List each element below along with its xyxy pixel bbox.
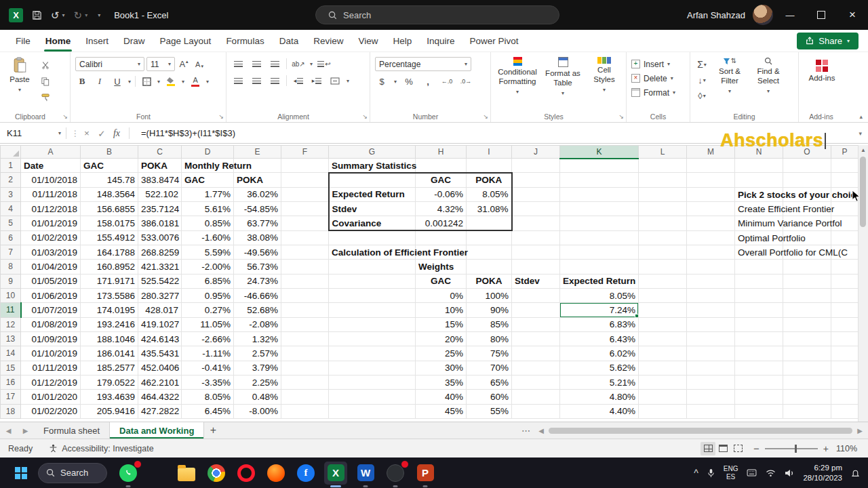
cell-I13[interactable]: 80% bbox=[467, 331, 512, 346]
cell-E16[interactable]: 2.25% bbox=[234, 375, 281, 389]
delete-cells-button[interactable]: × Delete▾ bbox=[631, 71, 686, 85]
cell-I11[interactable]: 90% bbox=[467, 303, 512, 317]
cell-J12[interactable] bbox=[512, 317, 560, 331]
cell-F2[interactable] bbox=[281, 173, 329, 187]
cell-P17[interactable] bbox=[831, 390, 859, 404]
cell-P4[interactable] bbox=[831, 201, 859, 216]
cell-C15[interactable]: 452.0406 bbox=[138, 361, 182, 375]
cell-K9[interactable]: Expected Return bbox=[560, 274, 639, 288]
cell-L16[interactable] bbox=[639, 375, 687, 389]
cell-B4[interactable]: 156.6855 bbox=[81, 201, 138, 216]
row-header-14[interactable]: 14 bbox=[1, 346, 21, 361]
italic-button[interactable]: I bbox=[93, 75, 106, 88]
cell-A14[interactable]: 01/10/2019 bbox=[21, 346, 81, 361]
cell-G14[interactable] bbox=[329, 346, 416, 361]
cell-F10[interactable] bbox=[281, 288, 329, 302]
cell-M11[interactable] bbox=[687, 303, 735, 317]
cell-G9[interactable] bbox=[329, 274, 416, 288]
cell-H14[interactable]: 25% bbox=[416, 346, 467, 361]
cell-O2[interactable] bbox=[783, 173, 831, 187]
cell-N7[interactable]: Overall Portfolio for CML(C bbox=[735, 245, 783, 259]
cell-I14[interactable]: 75% bbox=[467, 346, 512, 361]
cell-M3[interactable] bbox=[687, 187, 735, 201]
chrome-icon[interactable] bbox=[205, 462, 228, 485]
row-header-7[interactable]: 7 bbox=[1, 245, 21, 259]
cell-A1[interactable]: Date bbox=[21, 159, 81, 173]
cell-D9[interactable]: 6.85% bbox=[182, 274, 234, 288]
cell-C9[interactable]: 525.5422 bbox=[138, 274, 182, 288]
cell-H17[interactable]: 40% bbox=[416, 390, 467, 404]
cell-I4[interactable]: 31.08% bbox=[467, 201, 512, 216]
cancel-icon[interactable]: × bbox=[79, 128, 94, 138]
cell-I12[interactable]: 85% bbox=[467, 317, 512, 331]
cell-B3[interactable]: 148.3564 bbox=[81, 187, 138, 201]
cell-P14[interactable] bbox=[831, 346, 859, 361]
cell-B14[interactable]: 186.0141 bbox=[81, 346, 138, 361]
cell-M7[interactable] bbox=[687, 245, 735, 259]
column-header-C[interactable]: C bbox=[138, 146, 182, 159]
cell-E12[interactable]: -2.08% bbox=[234, 317, 281, 331]
qat-customize-icon[interactable]: ▾ bbox=[98, 12, 100, 18]
cell-C5[interactable]: 386.0181 bbox=[138, 216, 182, 230]
paste-button[interactable]: Paste ▾ bbox=[5, 57, 35, 104]
column-header-H[interactable]: H bbox=[416, 146, 467, 159]
cell-C7[interactable]: 268.8259 bbox=[138, 245, 182, 259]
cell-H12[interactable]: 15% bbox=[416, 317, 467, 331]
cell-D18[interactable]: 6.45% bbox=[182, 404, 234, 418]
cell-K13[interactable]: 6.43% bbox=[560, 331, 639, 346]
cell-D4[interactable]: 5.61% bbox=[182, 201, 234, 216]
cell-G10[interactable] bbox=[329, 288, 416, 302]
cell-J3[interactable] bbox=[512, 187, 560, 201]
cell-D5[interactable]: 0.85% bbox=[182, 216, 234, 230]
cell-N6[interactable]: Optimal Portfolio bbox=[735, 230, 783, 245]
insert-cells-button[interactable]: + Insert▾ bbox=[631, 57, 686, 71]
cell-G16[interactable] bbox=[329, 375, 416, 389]
cell-K17[interactable]: 4.80% bbox=[560, 390, 639, 404]
cell-O15[interactable] bbox=[783, 361, 831, 375]
cell-L14[interactable] bbox=[639, 346, 687, 361]
cell-I10[interactable]: 100% bbox=[467, 288, 512, 302]
cell-H3[interactable]: -0.06% bbox=[416, 187, 467, 201]
fill-color-icon[interactable] bbox=[164, 75, 178, 88]
cell-C11[interactable]: 428.017 bbox=[138, 303, 182, 317]
merge-center-icon[interactable] bbox=[328, 74, 342, 87]
cell-D3[interactable]: 1.77% bbox=[182, 187, 234, 201]
cell-B2[interactable]: 145.78 bbox=[81, 173, 138, 187]
cell-L5[interactable] bbox=[639, 216, 687, 230]
cell-I8[interactable] bbox=[467, 260, 512, 274]
cell-K12[interactable]: 6.83% bbox=[560, 317, 639, 331]
cell-H10[interactable]: 0% bbox=[416, 288, 467, 302]
undo-dropdown-icon[interactable]: ▾ bbox=[62, 12, 65, 18]
cell-A8[interactable]: 01/04/2019 bbox=[21, 260, 81, 274]
cell-I1[interactable] bbox=[467, 159, 512, 173]
cell-E11[interactable]: 52.68% bbox=[234, 303, 281, 317]
cell-A4[interactable]: 01/12/2018 bbox=[21, 201, 81, 216]
column-header-D[interactable]: D bbox=[182, 146, 234, 159]
column-header-I[interactable]: I bbox=[467, 146, 512, 159]
cell-A7[interactable]: 01/03/2019 bbox=[21, 245, 81, 259]
page-break-view-icon[interactable] bbox=[730, 442, 745, 455]
cell-C17[interactable]: 464.4322 bbox=[138, 390, 182, 404]
menu-tab-home[interactable]: Home bbox=[38, 30, 79, 52]
cell-L2[interactable] bbox=[639, 173, 687, 187]
cell-A2[interactable]: 01/10/2018 bbox=[21, 173, 81, 187]
cell-E13[interactable]: 1.32% bbox=[234, 331, 281, 346]
autosum-icon[interactable]: Σ▾ bbox=[695, 58, 709, 71]
formula-input[interactable]: =(H11*$H$3)+(I11*$I$3) bbox=[141, 128, 235, 138]
new-sheet-icon[interactable]: + bbox=[204, 422, 222, 439]
cell-B18[interactable]: 205.9416 bbox=[81, 404, 138, 418]
cell-H11[interactable]: 10% bbox=[416, 303, 467, 317]
cell-O10[interactable] bbox=[783, 288, 831, 302]
row-header-15[interactable]: 15 bbox=[1, 361, 21, 375]
cell-K8[interactable] bbox=[560, 260, 639, 274]
cell-H5[interactable]: 0.001242 bbox=[416, 216, 467, 230]
powerpoint-icon[interactable]: P bbox=[414, 462, 437, 485]
cell-I15[interactable]: 70% bbox=[467, 361, 512, 375]
cell-O12[interactable] bbox=[783, 317, 831, 331]
cell-N10[interactable] bbox=[735, 288, 783, 302]
cell-D16[interactable]: -3.35% bbox=[182, 375, 234, 389]
align-center-icon[interactable] bbox=[250, 74, 263, 87]
clipboard-dialog-launcher-icon[interactable]: ↘ bbox=[62, 113, 68, 120]
cell-J17[interactable] bbox=[512, 390, 560, 404]
cell-F17[interactable] bbox=[281, 390, 329, 404]
